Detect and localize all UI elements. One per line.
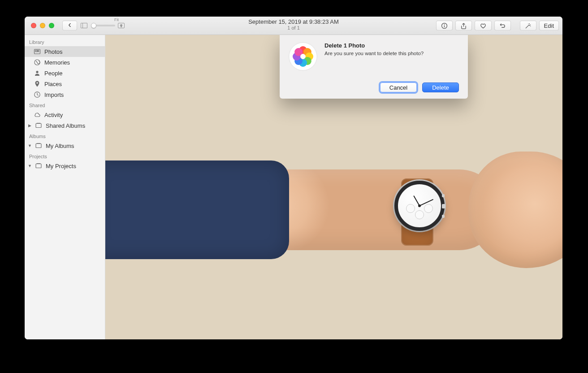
- rotate-icon: [499, 22, 506, 29]
- photo-viewer[interactable]: Delete 1 Photo Are you sure you want to …: [105, 35, 562, 339]
- window-body: Library Photos Memories People Places Im…: [25, 35, 562, 339]
- svg-rect-10: [37, 123, 41, 123]
- svg-rect-9: [36, 124, 41, 128]
- share-button[interactable]: [455, 21, 472, 30]
- cancel-button[interactable]: Cancel: [380, 82, 417, 92]
- zoom-label: Fit: [114, 17, 119, 22]
- window-title: September 15, 2019 at 9:38:23 AM: [248, 18, 339, 25]
- favorite-button[interactable]: [475, 21, 492, 30]
- thumbnail-mode-button[interactable]: [118, 23, 125, 28]
- photo-sleeve: [105, 160, 289, 259]
- back-button[interactable]: [62, 21, 77, 30]
- minimize-window-button[interactable]: [40, 23, 45, 28]
- share-icon: [460, 22, 467, 29]
- rotate-button[interactable]: [494, 21, 511, 30]
- disclosure-down-icon[interactable]: ▼: [28, 164, 31, 168]
- photo-watch: [394, 181, 445, 231]
- sidebar-toggle-button[interactable]: [81, 21, 87, 30]
- sidebar-section-library: Library: [25, 37, 105, 46]
- sidebar-item-my-projects[interactable]: ▼ My Projects: [25, 160, 105, 171]
- sidebar-item-label: Activity: [44, 112, 63, 118]
- dialog-title: Delete 1 Photo: [324, 42, 459, 49]
- heart-icon: [480, 22, 487, 29]
- sidebar-item-activity[interactable]: Activity: [25, 109, 105, 120]
- svg-rect-13: [36, 164, 41, 168]
- photos-window: Fit September 15, 2019 at 9:38:23 AM 1 o…: [25, 17, 562, 339]
- cloud-icon: [34, 111, 41, 118]
- svg-rect-11: [36, 144, 41, 148]
- sidebar-item-photos[interactable]: Photos: [25, 46, 105, 57]
- sidebar-item-imports[interactable]: Imports: [25, 89, 105, 100]
- album-icon: [35, 122, 42, 129]
- magic-wand-icon: [525, 22, 532, 29]
- photos-app-icon: [289, 42, 317, 71]
- album-icon: [35, 142, 42, 149]
- titlebar: Fit September 15, 2019 at 9:38:23 AM 1 o…: [25, 17, 562, 35]
- delete-confirm-dialog: Delete 1 Photo Are you sure you want to …: [280, 35, 468, 99]
- sidebar-item-places[interactable]: Places: [25, 78, 105, 89]
- photo-fist: [468, 152, 562, 268]
- sidebar-item-people[interactable]: People: [25, 68, 105, 78]
- places-icon: [34, 80, 41, 87]
- window-title-group: September 15, 2019 at 9:38:23 AM 1 of 1: [248, 18, 339, 30]
- info-button[interactable]: [436, 21, 453, 30]
- sidebar-item-memories[interactable]: Memories: [25, 57, 105, 68]
- enhance-button[interactable]: [520, 21, 536, 30]
- sidebar-item-label: People: [44, 70, 62, 77]
- chevron-left-icon: [68, 22, 71, 29]
- close-window-button[interactable]: [31, 23, 36, 28]
- svg-point-7: [36, 71, 38, 73]
- svg-rect-5: [38, 50, 39, 52]
- svg-rect-4: [35, 50, 37, 52]
- photos-icon: [34, 48, 41, 55]
- slider-thumb[interactable]: [91, 23, 96, 28]
- window-subtitle: 1 of 1: [248, 25, 339, 30]
- imports-icon: [34, 91, 41, 98]
- sidebar-item-label: Imports: [44, 91, 64, 98]
- info-icon: [441, 22, 448, 29]
- album-icon: [35, 162, 42, 169]
- dialog-message: Are you sure you want to delete this pho…: [324, 51, 459, 56]
- sidebar-item-label: My Albums: [46, 143, 74, 149]
- sidebar-item-shared-albums[interactable]: ▶ Shared Albums: [25, 120, 105, 131]
- disclosure-right-icon[interactable]: ▶: [28, 123, 31, 128]
- sidebar-icon: [81, 23, 87, 28]
- edit-button[interactable]: Edit: [539, 21, 559, 30]
- sidebar-item-label: Memories: [44, 59, 70, 66]
- zoom-slider[interactable]: [91, 25, 115, 26]
- svg-rect-12: [37, 143, 41, 143]
- sidebar-item-label: Shared Albums: [46, 122, 85, 129]
- sidebar-section-albums: Albums: [25, 131, 105, 140]
- sidebar-item-label: Photos: [44, 48, 62, 55]
- sidebar: Library Photos Memories People Places Im…: [25, 35, 105, 339]
- window-controls: [31, 23, 54, 28]
- sidebar-item-my-albums[interactable]: ▼ My Albums: [25, 140, 105, 151]
- memories-icon: [34, 59, 41, 66]
- sidebar-section-projects: Projects: [25, 151, 105, 160]
- svg-point-2: [444, 24, 445, 25]
- people-icon: [34, 69, 41, 77]
- delete-button[interactable]: Delete: [422, 82, 459, 92]
- disclosure-down-icon[interactable]: ▼: [28, 143, 31, 148]
- svg-rect-14: [37, 163, 41, 164]
- zoom-window-button[interactable]: [49, 23, 54, 28]
- sidebar-item-label: My Projects: [46, 163, 76, 169]
- sidebar-item-label: Places: [44, 81, 62, 87]
- sidebar-section-shared: Shared: [25, 100, 105, 109]
